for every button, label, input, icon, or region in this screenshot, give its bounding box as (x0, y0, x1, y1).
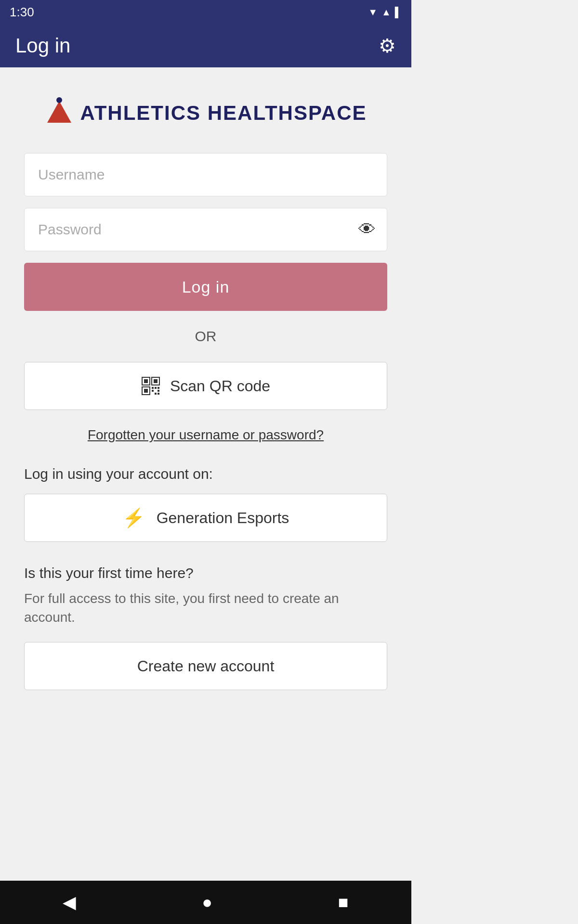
create-account-button[interactable]: Create new account (24, 642, 387, 690)
nav-bar: ◀ ● ■ (0, 881, 411, 924)
page-title: Log in (15, 34, 70, 57)
svg-marker-0 (47, 101, 71, 123)
login-using-label: Log in using your account on: (24, 466, 387, 482)
svg-rect-3 (144, 379, 148, 383)
svg-rect-10 (158, 387, 159, 389)
gen-esports-button[interactable]: ⚡ Generation Esports (24, 494, 387, 542)
forgot-link[interactable]: Forgotten your username or password? (24, 427, 387, 443)
scan-qr-button[interactable]: Scan QR code (24, 362, 387, 410)
create-account-label: Create new account (137, 657, 275, 675)
status-time: 1:30 (10, 5, 34, 20)
logo-area: ATHLETICS HEALTHSPACE (24, 96, 387, 130)
home-button[interactable]: ● (183, 887, 232, 917)
svg-rect-12 (155, 393, 157, 395)
app-name: ATHLETICS HEALTHSPACE (80, 102, 367, 125)
password-wrapper: 👁 (24, 208, 387, 251)
svg-rect-8 (152, 387, 154, 389)
password-input[interactable] (24, 208, 387, 251)
svg-rect-7 (144, 389, 148, 393)
battery-icon: ▌ (395, 7, 402, 18)
toolbar: Log in ⚙ (0, 24, 411, 67)
back-button[interactable]: ◀ (43, 887, 95, 917)
show-password-icon[interactable]: 👁 (358, 219, 376, 240)
status-icons: ▼ ▲ ▌ (368, 7, 402, 18)
or-divider: OR (24, 328, 387, 345)
svg-point-1 (56, 97, 62, 103)
wifi-icon: ▼ (368, 7, 378, 18)
first-time-desc: For full access to this site, you first … (24, 589, 387, 627)
qr-icon (141, 376, 160, 396)
username-input[interactable] (24, 153, 387, 196)
gen-esports-icon: ⚡ (122, 507, 145, 528)
svg-rect-13 (158, 390, 159, 392)
signal-icon: ▲ (381, 7, 391, 18)
svg-rect-14 (158, 393, 159, 395)
qr-button-label: Scan QR code (170, 377, 270, 395)
status-bar: 1:30 ▼ ▲ ▌ (0, 0, 411, 24)
svg-rect-11 (152, 390, 154, 392)
login-button[interactable]: Log in (24, 263, 387, 311)
svg-rect-5 (154, 379, 158, 383)
svg-rect-9 (155, 387, 157, 389)
recent-button[interactable]: ■ (319, 887, 368, 917)
first-time-heading: Is this your first time here? (24, 565, 387, 581)
gen-esports-label: Generation Esports (157, 509, 289, 527)
logo-icon (45, 96, 74, 130)
main-content: ATHLETICS HEALTHSPACE 👁 Log in OR Scan Q… (0, 67, 411, 881)
settings-icon[interactable]: ⚙ (379, 35, 396, 57)
